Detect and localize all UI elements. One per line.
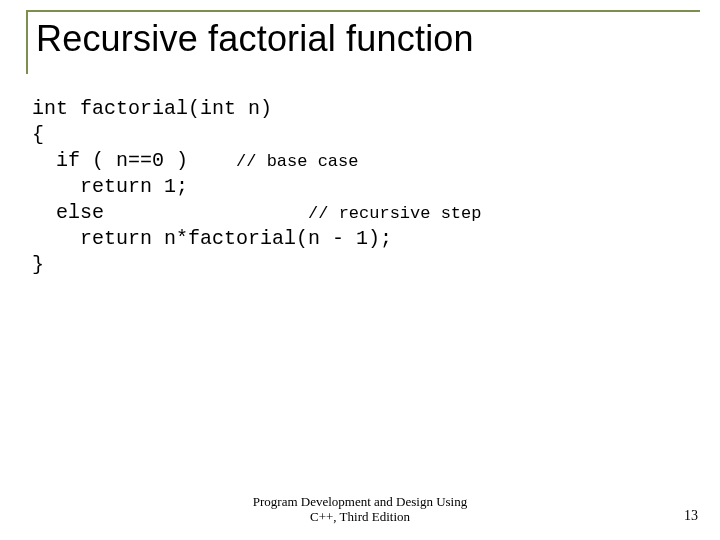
code-comment: // base case — [236, 152, 358, 171]
code-line: return n*factorial(n - 1); — [32, 227, 392, 250]
code-line: int factorial(int n) — [32, 97, 272, 120]
slide-title: Recursive factorial function — [36, 18, 700, 60]
footer-text: Program Development and Design Using C++… — [0, 495, 720, 524]
code-line: else — [32, 201, 308, 224]
code-line: return 1; — [32, 175, 188, 198]
code-comment: // recursive step — [308, 204, 481, 223]
slide: Recursive factorial function int factori… — [0, 0, 720, 540]
title-container: Recursive factorial function — [26, 10, 700, 74]
code-line: { — [32, 123, 44, 146]
code-line: } — [32, 253, 44, 276]
footer-line: Program Development and Design Using — [253, 494, 467, 509]
page-number: 13 — [684, 508, 698, 524]
footer-line: C++, Third Edition — [310, 509, 410, 524]
code-line: if ( n==0 ) — [32, 149, 236, 172]
code-block: int factorial(int n) { if ( n==0 ) // ba… — [26, 96, 700, 278]
